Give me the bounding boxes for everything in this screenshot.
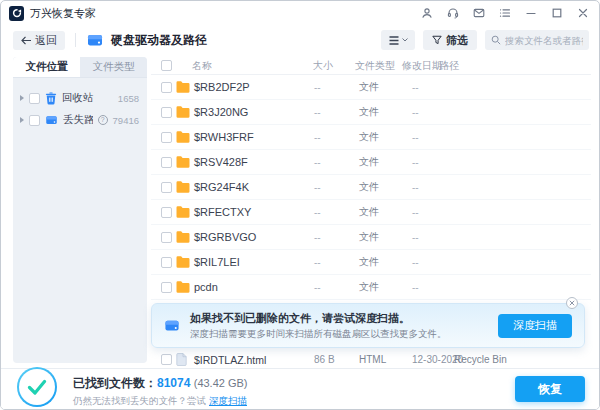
- file-type: 文件: [359, 175, 379, 199]
- sidebar: 文件位置 文件类型 回收站 1658 丢失路径的文件 ?: [13, 57, 147, 363]
- file-type: 文件: [359, 225, 379, 249]
- back-button[interactable]: 返回: [13, 31, 65, 50]
- app-window: 万兴恢复专家: [0, 0, 600, 410]
- found-count: 81074: [157, 376, 190, 390]
- file-type: 文件: [359, 100, 379, 124]
- row-checkbox[interactable]: [161, 182, 172, 193]
- deep-scan-button[interactable]: 深度扫描: [498, 314, 572, 338]
- table-row[interactable]: $R3J20NG -- 文件 --: [151, 100, 591, 125]
- row-checkbox[interactable]: [161, 282, 172, 293]
- file-name: $RB2DF2P: [194, 75, 250, 99]
- file-date: --: [412, 150, 419, 174]
- support-icon[interactable]: [446, 7, 459, 20]
- search-icon: [491, 35, 501, 45]
- row-checkbox[interactable]: [161, 82, 172, 93]
- row-checkbox[interactable]: [161, 354, 172, 365]
- row-checkbox[interactable]: [161, 107, 172, 118]
- titlebar: 万兴恢复专家: [1, 1, 599, 25]
- file-type: 文件: [359, 125, 379, 149]
- account-icon[interactable]: [420, 7, 433, 20]
- file-size: --: [314, 275, 321, 299]
- table-header: 名称 大小 文件类型 修改日期 路径: [151, 57, 591, 75]
- location-tree: 回收站 1658 丢失路径的文件 ? 79416: [13, 78, 147, 131]
- column-header-size[interactable]: 大小: [313, 57, 333, 74]
- column-header-name[interactable]: 名称: [192, 57, 212, 74]
- column-header-type[interactable]: 文件类型: [355, 57, 395, 74]
- row-checkbox[interactable]: [161, 207, 172, 218]
- maximize-icon[interactable]: [550, 7, 563, 20]
- column-header-path[interactable]: 路径: [439, 57, 459, 74]
- file-date: --: [412, 75, 419, 99]
- file-path: Recycle Bin: [454, 350, 507, 369]
- folder-icon: [176, 175, 190, 199]
- file-type: 文件: [359, 250, 379, 274]
- folder-icon: [176, 225, 190, 249]
- search-box[interactable]: [485, 30, 589, 50]
- list-view-icon: [389, 36, 399, 45]
- funnel-icon: [432, 35, 442, 45]
- table-row[interactable]: pcdn -- 文件 --: [151, 275, 591, 300]
- row-checkbox[interactable]: [161, 232, 172, 243]
- found-label: 已找到文件数：: [73, 376, 157, 390]
- table-row[interactable]: $RSV428F -- 文件 --: [151, 150, 591, 175]
- expand-caret-icon[interactable]: [20, 117, 24, 123]
- file-name: $RFECTXY: [194, 200, 251, 224]
- table-row[interactable]: $RB2DF2P -- 文件 --: [151, 75, 591, 100]
- help-icon[interactable]: ?: [98, 115, 108, 125]
- file-name: $RIL7LEI: [194, 250, 240, 274]
- filter-button[interactable]: 筛选: [423, 30, 477, 50]
- chevron-down-icon: [402, 38, 408, 42]
- file-size: --: [314, 125, 321, 149]
- file-type: 文件: [359, 275, 379, 299]
- tree-item-recycle-bin[interactable]: 回收站 1658: [13, 87, 147, 109]
- table-row[interactable]: $RIL7LEI -- 文件 --: [151, 250, 591, 275]
- row-checkbox[interactable]: [161, 132, 172, 143]
- table-row[interactable]: $RG24F4K -- 文件 --: [151, 175, 591, 200]
- file-date: --: [412, 275, 419, 299]
- table-row[interactable]: $RFECTXY -- 文件 --: [151, 200, 591, 225]
- tree-checkbox[interactable]: [29, 93, 40, 104]
- select-all-checkbox[interactable]: [161, 60, 172, 71]
- column-header-date[interactable]: 修改日期: [402, 57, 442, 74]
- file-date: --: [412, 175, 419, 199]
- table-row-partial[interactable]: $IRDTLAZ.html 86 B HTML 12-30-2020 Recyc…: [151, 350, 591, 369]
- hint-text: 仍然无法找到丢失的文件？尝试: [73, 395, 206, 406]
- deep-scan-link[interactable]: 深度扫描: [209, 395, 247, 406]
- tab-file-location[interactable]: 文件位置: [13, 57, 80, 77]
- file-date: --: [412, 125, 419, 149]
- table-row[interactable]: $RWH3FRF -- 文件 --: [151, 125, 591, 150]
- drive-icon: [86, 32, 104, 48]
- feedback-icon[interactable]: [472, 7, 485, 20]
- tree-checkbox[interactable]: [29, 115, 40, 126]
- file-date: --: [412, 100, 419, 124]
- file-name: $RG24F4K: [194, 175, 249, 199]
- found-size: (43.42 GB): [194, 377, 248, 389]
- file-size: --: [314, 75, 321, 99]
- tree-item-label: 回收站: [62, 91, 94, 105]
- recover-button[interactable]: 恢复: [515, 376, 585, 402]
- table-row[interactable]: $RGRBVGO -- 文件 --: [151, 225, 591, 250]
- file-type: 文件: [359, 150, 379, 174]
- file-table: 名称 大小 文件类型 修改日期 路径 $RB2DF2P -- 文件 -- $R3…: [151, 57, 591, 300]
- close-icon[interactable]: [576, 7, 589, 20]
- tree-item-count: 1658: [118, 93, 139, 104]
- drive-icon: [164, 318, 180, 333]
- folder-icon: [176, 100, 190, 124]
- tree-item-lost-path-files[interactable]: 丢失路径的文件 ? 79416: [13, 109, 147, 131]
- minimize-icon[interactable]: [524, 7, 537, 20]
- view-mode-button[interactable]: [381, 30, 415, 50]
- menu-icon[interactable]: [498, 7, 511, 20]
- folder-icon: [176, 250, 190, 274]
- page-title: 硬盘驱动器及路径: [111, 32, 207, 49]
- file-size: --: [314, 250, 321, 274]
- row-checkbox[interactable]: [161, 157, 172, 168]
- file-type: 文件: [359, 200, 379, 224]
- tab-file-type[interactable]: 文件类型: [80, 57, 147, 77]
- banner-close-icon[interactable]: [566, 297, 578, 309]
- expand-caret-icon[interactable]: [20, 95, 24, 101]
- row-checkbox[interactable]: [161, 257, 172, 268]
- search-input[interactable]: [505, 35, 583, 46]
- scan-complete-check-icon: [17, 367, 57, 407]
- file-type: HTML: [359, 350, 386, 369]
- file-size: --: [314, 150, 321, 174]
